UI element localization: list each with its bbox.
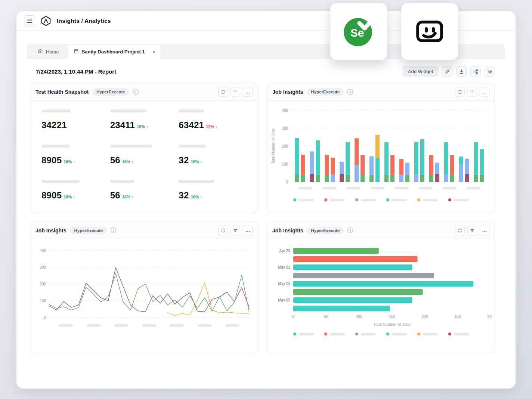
report-toolbar: 7/24/2023, 1:10:44 PM - Report Add Widge…: [36, 66, 495, 77]
info-icon[interactable]: i: [111, 228, 116, 233]
more-button[interactable]: …: [480, 87, 489, 97]
svg-text:150: 150: [389, 315, 395, 319]
stat-value: 34221: [41, 120, 67, 130]
filter-button[interactable]: [231, 87, 240, 97]
legend-dot: [355, 198, 358, 201]
refresh-button[interactable]: [218, 87, 228, 97]
stat-percent: 16% ↑: [191, 160, 202, 164]
svg-text:100: 100: [40, 299, 46, 303]
line-chart: 0100200300400: [33, 241, 255, 331]
svg-text:May 01: May 01: [278, 265, 290, 269]
refresh-button[interactable]: [455, 87, 465, 97]
legend-label-skeleton: [423, 199, 438, 201]
legend-item: [386, 332, 407, 335]
share-button[interactable]: [470, 66, 481, 77]
svg-text:300: 300: [40, 265, 46, 269]
svg-text:400: 400: [40, 248, 46, 253]
legend-dot: [448, 332, 451, 335]
svg-text:200: 200: [40, 282, 46, 286]
hyperexecute-badge: HyperExecute: [307, 88, 344, 96]
legend-item: [324, 332, 345, 335]
download-button[interactable]: [456, 66, 467, 77]
stat-cell: 3216% ↑: [179, 145, 247, 180]
svg-text:May 03: May 03: [278, 282, 290, 286]
svg-text:0: 0: [292, 315, 294, 319]
close-tab-button[interactable]: ×: [151, 49, 157, 55]
widget-grid: Test Health Snapshot HyperExecute i … 34…: [30, 83, 495, 353]
chart-legend: [267, 195, 495, 206]
home-icon: [37, 48, 43, 55]
add-widget-button[interactable]: Add Widget: [403, 66, 438, 77]
hyperexecute-badge: HyperExecute: [70, 227, 107, 234]
svg-text:250: 250: [455, 315, 461, 319]
hyperexecute-badge: HyperExecute: [307, 227, 344, 234]
stat-value: 56: [110, 190, 120, 201]
stat-value: 23411: [110, 120, 135, 130]
legend-dot: [386, 332, 389, 335]
edit-button[interactable]: [442, 66, 452, 77]
filter-button[interactable]: [231, 226, 240, 235]
stat-cell: 3216% ↑: [179, 180, 247, 213]
legend-label-skeleton: [423, 333, 438, 335]
info-icon[interactable]: i: [133, 89, 139, 95]
info-icon[interactable]: i: [347, 228, 353, 233]
legend-label-skeleton: [299, 199, 314, 201]
legend-item: [448, 332, 469, 335]
svg-text:300: 300: [488, 315, 492, 319]
stat-percent: 12% ↓: [206, 124, 217, 129]
stat-value: 32: [179, 190, 189, 201]
legend-item: [324, 198, 345, 201]
legend-label-skeleton: [392, 333, 407, 335]
stat-cell: 5616% ↑: [110, 145, 179, 180]
legend-dot: [417, 332, 420, 335]
legend-item: [386, 198, 407, 201]
stat-cell: 2341116% ↑: [110, 109, 179, 145]
menu-button[interactable]: [24, 15, 35, 27]
legend-item: [355, 198, 376, 201]
legend-item: [293, 332, 314, 335]
svg-text:0: 0: [286, 180, 288, 184]
stat-percent: 16% ↑: [122, 195, 134, 199]
widget-title: Job Insights: [272, 89, 303, 95]
refresh-button[interactable]: [455, 226, 465, 235]
stat-label-skeleton: [110, 145, 152, 148]
svg-text:Total Number of Jobs: Total Number of Jobs: [271, 129, 275, 164]
face-card[interactable]: [401, 3, 458, 60]
stat-value: 8905: [41, 155, 62, 166]
selenium-icon: Se: [341, 13, 377, 49]
svg-text:May 05: May 05: [278, 298, 290, 302]
svg-text:100: 100: [282, 162, 288, 166]
svg-text:Apr 29: Apr 29: [279, 249, 291, 253]
project-tab-icon: [74, 49, 79, 55]
legend-item: [293, 198, 314, 201]
legend-label-skeleton: [454, 199, 469, 201]
stats-grid: 342212341116% ↑6342112% ↓890516% ↑5616% …: [30, 100, 258, 213]
legend-label-skeleton: [330, 199, 345, 201]
lambdatest-logo: [40, 15, 52, 27]
legend-dot: [448, 198, 451, 201]
selenium-card[interactable]: Se: [330, 3, 387, 60]
legend-dot: [386, 198, 389, 201]
more-button[interactable]: …: [243, 87, 253, 97]
widget-job-insights-line: Job Insights HyperExecute i … 010020: [30, 222, 258, 353]
stat-cell: 6342112% ↓: [179, 109, 247, 145]
tab-home[interactable]: Home: [29, 44, 67, 59]
info-icon[interactable]: i: [347, 89, 353, 95]
widget-title: Job Insights: [272, 228, 303, 233]
legend-label-skeleton: [361, 333, 376, 335]
filter-button[interactable]: [467, 226, 477, 235]
filter-button[interactable]: [467, 87, 477, 97]
refresh-button[interactable]: [218, 226, 228, 235]
tab-project[interactable]: Sanity Dashboard Project 1 ×: [67, 44, 161, 59]
legend-dot: [293, 198, 296, 201]
legend-label-skeleton: [330, 333, 345, 335]
stat-value: 56: [110, 155, 120, 166]
face-card-icon: [414, 16, 445, 47]
legend-dot: [324, 332, 327, 335]
settings-button[interactable]: [485, 66, 495, 77]
svg-text:200: 200: [282, 144, 288, 148]
stat-percent: 16% ↑: [64, 160, 75, 164]
legend-label-skeleton: [392, 199, 407, 201]
more-button[interactable]: …: [243, 226, 253, 235]
more-button[interactable]: …: [480, 226, 489, 235]
